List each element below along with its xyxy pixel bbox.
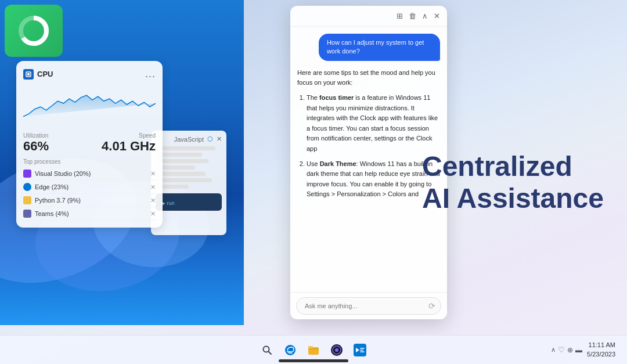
close-icon[interactable]: ✕ [433,10,441,21]
code-line [156,146,215,150]
code-run-label: ▶ run [161,200,175,206]
copilot-svg [330,344,343,356]
green-widget [5,5,63,57]
cpu-options-button[interactable]: ... [145,68,156,80]
process-python: Python 3.7 (9%) [35,197,150,204]
close-edge[interactable]: ✕ [150,183,156,191]
taskbar-time-value: 11:11 AM [587,341,615,349]
code-line [156,178,212,182]
svg-line-5 [269,351,272,354]
teams-icon [23,210,31,218]
promo-text-block: Centralized AI Assistance [422,150,604,214]
cpu-chart [23,85,156,125]
top-widgets-area [0,0,244,58]
network-tray-icon: ⊕ [567,346,573,354]
cpu-title: CPU [37,70,145,78]
process-row: Edge (23%) ✕ [23,181,156,194]
speed-value: 4.01 GHz [102,139,156,154]
chevron-up-icon[interactable]: ∧ [421,10,429,21]
search-taskbar-icon[interactable] [257,340,277,360]
cpu-svg [25,71,32,78]
code-line [156,172,206,176]
ai-response: Here are some tips to set the mood and h… [297,68,440,204]
close-teams[interactable]: ✕ [150,210,156,218]
chat-input-wrapper: ⟳ [296,297,441,315]
process-visual-studio: Visual Studio (20%) [35,170,150,177]
ai-tip-2: Use Dark Theme: Windows 11 has a built-i… [307,159,440,200]
process-edge: Edge (23%) [35,183,150,190]
svg-rect-12 [354,344,366,356]
utilization-label: Utilization [23,132,49,139]
ai-intro: Here are some tips to set the mood and h… [297,68,440,88]
system-tray-icons: ∧ ♡ ⊕ ▬ [551,345,582,354]
process-row: Teams (4%) ✕ [23,207,156,221]
svg-point-11 [335,348,338,352]
cpu-stats: Utilization 66% Speed 4.01 GHz [23,132,156,154]
process-teams: Teams (4%) [35,210,150,217]
send-icon[interactable]: ⟳ [428,301,435,311]
chat-input-area: ⟳ [290,292,447,319]
taskbar-center-icons [257,340,370,360]
code-window-label: JavaScript [174,136,204,143]
svg-rect-8 [308,346,313,348]
taskbar-date-value: 5/23/2023 [587,350,615,359]
cpu-widget-header: CPU ... [23,68,156,80]
taskbar-home-indicator[interactable] [279,359,348,362]
copilot-taskbar-icon[interactable] [327,340,347,360]
search-svg [261,344,273,356]
close-visual-studio[interactable]: ✕ [150,170,156,178]
explorer-taskbar-icon[interactable] [304,340,323,360]
edge-svg [284,344,297,356]
vscode-taskbar-icon[interactable] [350,340,370,360]
visual-studio-icon [23,170,31,178]
cpu-icon [23,69,34,80]
chat-toolbar: ⊞ 🗑 ∧ ✕ [290,6,447,27]
utilization-value: 66% [23,139,49,154]
user-message-bubble: How can I adjust my system to get work d… [319,34,440,61]
svg-rect-3 [27,73,30,75]
promo-title-line2: AI Assistance [422,182,604,214]
taskbar-right-area: ∧ ♡ ⊕ ▬ 11:11 AM 5/23/2023 [551,341,615,359]
processes-label: Top processes [23,158,156,165]
code-run-bar: ▶ run [156,193,222,211]
chevron-up-tray-icon[interactable]: ∧ [551,346,556,354]
ai-tip-1: The focus timer is a feature in Windows … [307,93,440,154]
taskbar-clock[interactable]: 11:11 AM 5/23/2023 [587,341,615,359]
vscode-svg [354,344,366,356]
python-icon [23,196,31,204]
close-python[interactable]: ✕ [150,197,156,204]
code-window-bar: JavaScript ⬡ ✕ [156,135,222,143]
edge-taskbar-icon[interactable] [280,340,300,360]
explorer-svg [307,344,320,356]
heart-tray-icon: ♡ [558,345,565,354]
trash-icon[interactable]: 🗑 [408,10,417,21]
chat-input[interactable] [296,297,441,315]
edge-icon [23,183,31,191]
ai-tip-1-bold: focus timer [319,94,354,101]
code-icon: ⬡ [207,135,213,143]
code-window-close[interactable]: ✕ [217,135,222,143]
process-row: Visual Studio (20%) ✕ [23,167,156,181]
process-row: Python 3.7 (9%) ✕ [23,194,156,207]
ai-tip-2-bold: Dark Theme [320,160,356,167]
battery-tray-icon: ▬ [575,346,582,354]
code-line [156,159,208,163]
promo-title-line1: Centralized [422,150,604,182]
cpu-widget: CPU ... Utilization 66% Speed 4.01 GHz T… [16,61,163,228]
donut-chart [16,13,51,48]
speed-label: Speed [102,132,156,139]
grid-icon[interactable]: ⊞ [395,10,404,21]
